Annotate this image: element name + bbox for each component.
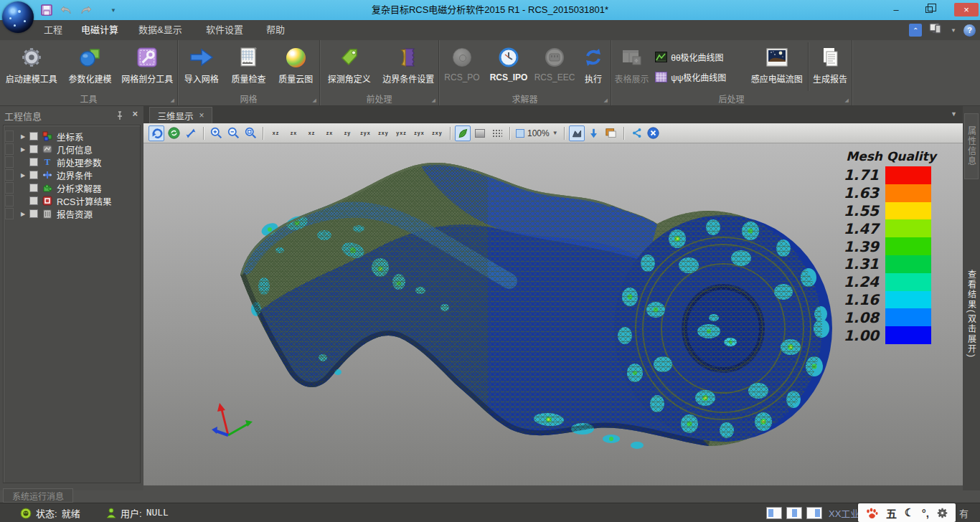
layout-split-button[interactable] — [786, 507, 802, 519]
view-orientation-button[interactable]: zx — [285, 125, 303, 141]
induced-current-map-button[interactable]: 感应电磁流图 — [745, 42, 808, 91]
tree-item-geometry-info[interactable]: ▶ 几何信息 — [4, 143, 138, 156]
quality-cloud-button[interactable]: 质量云图 — [272, 42, 319, 91]
view-orientation-button[interactable]: zy — [339, 125, 357, 141]
close-button[interactable]: × — [954, 3, 979, 16]
clip-plane-button[interactable] — [569, 125, 585, 141]
theta-polarization-curve-button[interactable]: θθ极化曲线图 — [652, 49, 745, 65]
psi-polarization-curve-button[interactable]: ψψ极化曲线图 — [652, 69, 745, 85]
tree-item-analysis-solver[interactable]: ▶ 分析求解器 — [4, 181, 138, 194]
ime-settings-icon[interactable] — [937, 508, 948, 518]
zoom-dropdown-icon[interactable]: ▼ — [552, 130, 558, 136]
wireframe-mode-button[interactable] — [489, 125, 505, 141]
generate-report-button[interactable]: 生成报告 — [808, 42, 852, 91]
tree-checkbox[interactable] — [29, 209, 38, 218]
restore-button[interactable] — [920, 3, 938, 16]
import-mesh-button[interactable]: 导入网格 — [178, 42, 225, 91]
expander-icon[interactable]: ▶ — [18, 146, 28, 153]
probe-angle-define-button[interactable]: 探测角定义 — [320, 42, 379, 91]
boundary-condition-settings-button[interactable]: 边界条件设置 — [379, 42, 439, 91]
layout-right-button[interactable] — [806, 507, 822, 519]
menu-tab-settings[interactable]: 软件设置 — [195, 20, 254, 40]
3d-viewport[interactable]: Mesh Quality 1.71 1.63 1.55 1.47 1.39 1.… — [143, 143, 963, 485]
zoom-in-button[interactable] — [208, 125, 224, 141]
tab-system-messages[interactable]: 系统运行消息 — [3, 488, 73, 503]
tree-checkbox[interactable] — [29, 184, 38, 192]
tabbar-dropdown-icon[interactable]: ▼ — [951, 110, 957, 118]
expander-icon[interactable]: ▶ — [18, 172, 28, 179]
table-display-button[interactable]: 表格展示 — [611, 42, 652, 91]
tree-checkbox[interactable] — [29, 196, 38, 205]
tree-checkbox[interactable] — [29, 132, 38, 141]
pan-refresh-button[interactable] — [166, 125, 182, 141]
view-orientation-button[interactable]: yxz — [392, 125, 410, 141]
view-orientation-button[interactable]: xz — [303, 125, 321, 141]
ribbon-collapse-button[interactable]: ⌃ — [909, 24, 922, 37]
redo-button[interactable] — [79, 4, 93, 16]
panel-close-icon[interactable]: × — [132, 108, 138, 119]
ime-toolbar[interactable]: 五 ☾ °, — [858, 503, 956, 522]
tree-checkbox[interactable] — [29, 171, 38, 179]
parametric-modeling-button[interactable]: 参数化建模 — [63, 42, 118, 91]
rcs-ipo-button[interactable]: RCS_IPO — [485, 42, 532, 91]
group-expand-icon[interactable]: ◢ — [313, 98, 316, 103]
tab-close-icon[interactable]: × — [199, 110, 204, 120]
quick-access-dropdown[interactable]: ▼ — [106, 4, 121, 16]
zoom-window-button[interactable] — [242, 125, 258, 141]
minimize-button[interactable]: – — [887, 3, 905, 16]
display-dropdown[interactable]: ▼ — [951, 27, 956, 34]
pin-icon[interactable] — [116, 110, 123, 123]
zoom-percent-control[interactable]: 100% ▼ — [516, 128, 558, 138]
group-expand-icon[interactable]: ◢ — [845, 98, 849, 103]
expander-icon[interactable]: ▶ — [18, 211, 28, 217]
menu-tab-em-compute[interactable]: 电磁计算 — [70, 20, 129, 40]
view-orientation-button[interactable]: zxy — [374, 125, 392, 141]
group-expand-icon[interactable]: ◢ — [432, 98, 435, 103]
menu-tab-data-display[interactable]: 数据&显示 — [128, 20, 193, 40]
close-view-button[interactable] — [646, 125, 661, 141]
tab-3d-display[interactable]: 三维显示 × — [149, 107, 212, 123]
shaded-mode-button[interactable] — [455, 125, 471, 141]
tree-item-rcs-results[interactable]: ▶ RCS计算结果 — [4, 194, 138, 207]
tab-property-info[interactable]: 属性信息 — [964, 113, 979, 179]
save-button[interactable] — [39, 4, 54, 16]
expander-icon[interactable]: ▶ — [18, 133, 28, 140]
menu-tab-help[interactable]: 帮助 — [255, 20, 296, 40]
help-icon[interactable]: ? — [963, 24, 976, 37]
ime-mode-label[interactable]: 五 — [886, 506, 897, 521]
undo-button[interactable] — [59, 4, 73, 16]
menu-tab-project[interactable]: 工程 — [33, 20, 73, 40]
tree-item-preprocess-params[interactable]: ▶ T 前处理参数 — [4, 156, 138, 169]
flat-mode-button[interactable] — [472, 125, 488, 141]
group-expand-icon[interactable]: ◢ — [604, 98, 608, 103]
display-mode-button[interactable] — [929, 23, 943, 37]
rcs-po-button[interactable]: RCS_PO — [439, 42, 485, 91]
tree-checkbox[interactable] — [29, 158, 38, 166]
import-view-button[interactable] — [586, 125, 602, 141]
tree-item-coordinate-system[interactable]: ▶ 坐标系 — [4, 130, 138, 143]
view-orientation-button[interactable]: zx — [321, 125, 339, 141]
tree-item-report-resources[interactable]: ▶ 报告资源 — [4, 207, 138, 220]
launch-modeling-tool-button[interactable]: 启动建模工具 — [0, 42, 63, 91]
rcs-eec-button[interactable]: RCS_EEC — [532, 42, 577, 91]
view-orientation-button[interactable]: zyx — [410, 125, 428, 141]
view-orientation-button[interactable]: xz — [267, 125, 285, 141]
tab-view-results[interactable]: 查看结果(双击展开) — [964, 264, 979, 364]
tree-checkbox[interactable] — [29, 145, 38, 153]
window-capture-button[interactable] — [603, 125, 619, 141]
quality-check-button[interactable]: 质量检查 — [225, 42, 273, 91]
rotate-view-button[interactable] — [149, 125, 164, 141]
ime-punct-icon[interactable]: °, — [922, 507, 929, 519]
tree-item-boundary-conditions[interactable]: ▶ 边界条件 — [4, 169, 138, 181]
group-expand-icon[interactable]: ◢ — [171, 98, 174, 103]
app-logo-icon[interactable] — [2, 1, 34, 33]
layout-left-button[interactable] — [766, 507, 782, 519]
share-export-button[interactable] — [628, 125, 644, 141]
execute-button[interactable]: 执行 — [577, 42, 610, 91]
view-orientation-button[interactable]: zyx — [357, 125, 374, 141]
ime-moon-icon[interactable]: ☾ — [905, 506, 914, 519]
mesh-partition-tool-button[interactable]: 网格剖分工具 — [117, 42, 177, 91]
zoom-fit-button[interactable] — [183, 125, 199, 141]
view-orientation-button[interactable]: zxy — [428, 125, 446, 141]
zoom-out-button[interactable] — [225, 125, 241, 141]
